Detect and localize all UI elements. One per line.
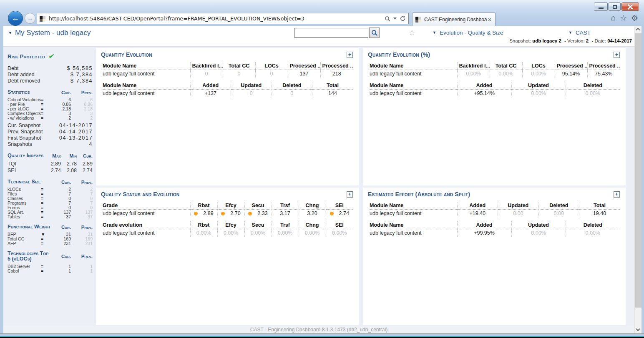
snapshot-row: Cur. Snapshot04-14-2017 xyxy=(8,123,93,129)
table-header-row: Module NameBackfired I...Total CCLOCsPro… xyxy=(101,62,353,70)
column-header: Efcy xyxy=(217,202,244,210)
column-header: Total CC xyxy=(223,62,255,70)
table-header-row: Module NameAddedUpdatedDeletedTotal xyxy=(368,202,620,210)
column-header: Total CC xyxy=(490,62,522,70)
gear-icon[interactable]: ⚙ xyxy=(631,13,638,23)
panel-table: Module NameBackfired I...Total CCLOCsPro… xyxy=(101,62,353,78)
browser-tab[interactable]: CAST Engineering Dashboa... × xyxy=(412,13,496,26)
sidebar-metric-row: BFP▼3131 xyxy=(8,232,93,236)
grade-dot-icon xyxy=(248,212,252,215)
quality-indexes-section: Quality IndexesMaxMinCur.TQI2.892.782.89… xyxy=(8,153,93,174)
column-header: Total xyxy=(312,82,353,90)
expand-panel-button[interactable]: + xyxy=(347,52,353,58)
metric-label: - w/ violations xyxy=(8,115,41,120)
risk-protected-title: Risk Protected xyxy=(8,53,45,60)
trend-icon: = xyxy=(41,241,52,246)
panel-estimated-effort: Estimated Effort (Absolute and Split)+Mo… xyxy=(363,188,626,325)
sidebar-metric-row: Cobol=11 xyxy=(8,268,93,273)
metric-label: TQI xyxy=(8,161,45,167)
section-columns: MaxMinCur. xyxy=(45,153,93,158)
page-search-input[interactable] xyxy=(294,28,368,38)
search-options-caret-icon[interactable] xyxy=(393,18,397,20)
search-icon[interactable] xyxy=(385,16,390,22)
sidebar-metric-row: Complex Objects=33 xyxy=(8,111,93,115)
value-cell: +99.95% xyxy=(457,229,511,237)
close-button[interactable] xyxy=(621,3,639,11)
snapshot-row: Snapshots4 xyxy=(8,141,93,148)
expand-panel-button[interactable]: + xyxy=(614,52,620,58)
chevron-down-icon: ▼ xyxy=(8,31,12,35)
panel-title: Quantity Evolution (%) xyxy=(368,51,614,58)
table-row: udb legacy full content000137218 xyxy=(101,70,353,78)
sidebar-metric-row: - per kLOC=2.182.18 xyxy=(8,106,93,111)
value-cell: 0 xyxy=(190,70,223,78)
value-cell: 0.00 xyxy=(498,210,539,218)
metric-value: 2.74 xyxy=(77,168,93,173)
tab-close-icon[interactable]: × xyxy=(487,17,492,23)
value-cell: 0.00% xyxy=(522,70,555,78)
table-row: udb legacy full content+99.95%0.00%0.00% xyxy=(368,229,620,237)
column-label: Cur. xyxy=(52,180,71,185)
sidebar-metric-row: SEI2.742.082.74 xyxy=(8,167,93,174)
column-header: Chng xyxy=(299,202,326,210)
column-header: Grade xyxy=(101,202,190,210)
window-controls xyxy=(594,3,639,11)
metric-values: 2.892.782.89 xyxy=(45,161,93,167)
trend-icon: = xyxy=(41,214,52,219)
snapshot-name: udb legacy 2 xyxy=(532,38,561,43)
system-selector[interactable]: ▼My System - udb legacy xyxy=(8,29,91,37)
favorites-star-icon[interactable]: ☆ xyxy=(620,13,627,23)
panel-quantity-evolution-pct: Quantity Evolution (%)+Module NameBackfi… xyxy=(363,48,626,185)
view-selector-evolution[interactable]: ▼Evolution - Quality & Size xyxy=(433,30,503,36)
expand-panel-button[interactable]: + xyxy=(614,191,620,198)
page-search-button[interactable] xyxy=(369,28,380,38)
column-header: Trsf xyxy=(272,202,299,210)
debt-row: Debt removed$ 7,384 xyxy=(8,78,93,84)
expand-panel-button[interactable]: + xyxy=(347,191,353,198)
snapshot-label: First Snapshot xyxy=(8,135,59,141)
cast-favicon xyxy=(40,16,45,22)
system-title[interactable]: My System - udb legacy xyxy=(15,29,91,37)
column-header: Module Name xyxy=(368,82,457,90)
column-header: Grade evolution xyxy=(101,221,190,229)
column-header: LOCs xyxy=(255,62,288,70)
minimize-icon xyxy=(599,8,604,9)
panel-title-row: Quantity Evolution+ xyxy=(101,51,353,58)
favorite-page-star-icon[interactable]: ☆ xyxy=(409,28,415,37)
refresh-icon[interactable] xyxy=(400,15,406,22)
cast-menu[interactable]: ▼CAST xyxy=(569,30,591,36)
dashboard-content: Risk Protected ✔ Debt$ 56,585Debt added$… xyxy=(3,47,634,326)
panel-quantity-evolution: Quantity Evolution+Module NameBackfired … xyxy=(96,48,359,185)
version-value: 2 xyxy=(586,38,589,43)
address-bar[interactable]: http://localhost:54846/CAST-CED/OpenPort… xyxy=(37,13,409,24)
view-selector-label[interactable]: Evolution - Quality & Size xyxy=(440,30,503,36)
value-cell: 0.00% xyxy=(272,229,299,237)
grade-dot-icon xyxy=(330,212,334,215)
metric-value: 2.89 xyxy=(77,161,93,167)
value-cell: 0.00% xyxy=(511,90,566,98)
snapshot-value: 04-14-2017 xyxy=(59,123,93,129)
sidebar-metric-row: AFP=231231 xyxy=(8,241,93,245)
scrollbar-thumb[interactable] xyxy=(635,33,641,308)
table-header-row: Module NameAddedUpdatedDeleted xyxy=(368,221,620,229)
forward-button[interactable]: → xyxy=(25,13,35,24)
vertical-scrollbar[interactable] xyxy=(634,26,641,333)
trend-icon: = xyxy=(41,268,52,273)
minimize-button[interactable] xyxy=(594,3,608,11)
value-cell: 137 xyxy=(288,70,320,78)
back-icon: ← xyxy=(11,13,20,23)
value-cell: 0.00% xyxy=(511,229,566,237)
current-value: 231 xyxy=(52,241,71,246)
url-text[interactable]: http://localhost:54846/CAST-CED/OpenPort… xyxy=(49,15,385,22)
cast-menu-label[interactable]: CAST xyxy=(576,30,591,36)
scroll-down-arrow[interactable] xyxy=(635,326,642,333)
value-cell: 19.40 xyxy=(579,210,620,218)
back-button[interactable]: ← xyxy=(8,11,23,26)
maximize-button[interactable] xyxy=(609,3,621,11)
panel-table: Module NameBackfired I...Total CCLOCsPro… xyxy=(368,62,620,78)
window-titlebar[interactable] xyxy=(0,0,644,12)
scroll-up-arrow[interactable] xyxy=(635,26,642,33)
debt-value: $ 7,384 xyxy=(70,72,93,78)
metric-label: SEI xyxy=(8,168,45,173)
home-icon[interactable]: ⌂ xyxy=(611,13,615,23)
